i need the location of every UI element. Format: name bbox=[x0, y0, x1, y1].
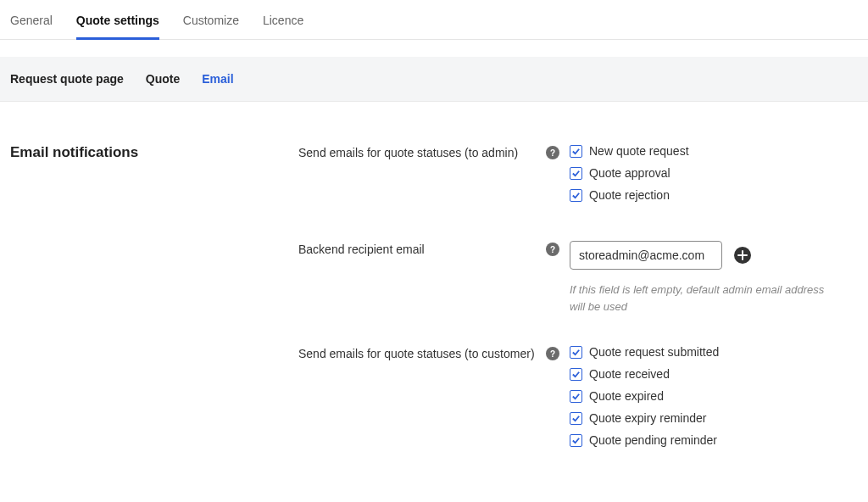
secondary-tabs: Request quote page Quote Email bbox=[0, 57, 868, 102]
field-controls: If this field is left empty, default adm… bbox=[570, 241, 858, 315]
field-label: Backend recipient email ? bbox=[298, 241, 570, 315]
recipient-email-hint: If this field is left empty, default adm… bbox=[570, 282, 841, 315]
checkbox-label: Quote received bbox=[589, 367, 670, 381]
field-label-text: Send emails for quote statuses (to admin… bbox=[298, 146, 539, 159]
subtab-email[interactable]: Email bbox=[202, 72, 233, 86]
field-label-text: Backend recipient email bbox=[298, 243, 539, 256]
checkbox-label: Quote request submitted bbox=[589, 345, 719, 359]
tab-licence[interactable]: Licence bbox=[263, 8, 303, 39]
help-icon[interactable]: ? bbox=[546, 347, 559, 360]
section-title: Email notifications bbox=[10, 144, 298, 161]
checkbox-icon[interactable] bbox=[570, 346, 582, 359]
checkbox-label: Quote pending reminder bbox=[589, 433, 717, 447]
field-controls: New quote request Quote approval Quote r… bbox=[570, 144, 858, 210]
field-controls: Quote request submitted Quote received Q… bbox=[570, 345, 858, 455]
tab-customize[interactable]: Customize bbox=[183, 8, 239, 39]
tab-quote-settings[interactable]: Quote settings bbox=[76, 8, 159, 39]
checkbox-label: Quote approval bbox=[589, 166, 670, 180]
content-area: Email notifications Send emails for quot… bbox=[0, 102, 868, 502]
checkbox-label: Quote rejection bbox=[589, 188, 670, 202]
checkbox-icon[interactable] bbox=[570, 368, 582, 381]
field-label-text: Send emails for quote statuses (to custo… bbox=[298, 347, 539, 360]
add-email-button[interactable] bbox=[734, 247, 751, 264]
field-label: Send emails for quote statuses (to admin… bbox=[298, 144, 570, 210]
email-input-row bbox=[570, 241, 858, 270]
section-heading-col: Email notifications bbox=[10, 144, 298, 486]
checkbox-new-quote-request[interactable]: New quote request bbox=[570, 144, 858, 158]
checkbox-quote-approval[interactable]: Quote approval bbox=[570, 166, 858, 180]
checkbox-label: New quote request bbox=[589, 144, 689, 158]
checkbox-icon[interactable] bbox=[570, 189, 582, 202]
checkbox-quote-rejection[interactable]: Quote rejection bbox=[570, 188, 858, 202]
checkbox-icon[interactable] bbox=[570, 167, 582, 180]
field-label: Send emails for quote statuses (to custo… bbox=[298, 345, 570, 455]
subtab-request-quote-page[interactable]: Request quote page bbox=[10, 72, 124, 86]
checkbox-icon[interactable] bbox=[570, 390, 582, 403]
tab-general[interactable]: General bbox=[10, 8, 53, 39]
field-recipient-email: Backend recipient email ? If this field … bbox=[298, 241, 858, 315]
checkbox-quote-request-submitted[interactable]: Quote request submitted bbox=[570, 345, 858, 359]
checkbox-label: Quote expired bbox=[589, 389, 664, 403]
field-admin-statuses: Send emails for quote statuses (to admin… bbox=[298, 144, 858, 210]
checkbox-quote-pending-reminder[interactable]: Quote pending reminder bbox=[570, 433, 858, 447]
field-customer-statuses: Send emails for quote statuses (to custo… bbox=[298, 345, 858, 455]
checkbox-icon[interactable] bbox=[570, 145, 582, 158]
checkbox-quote-expiry-reminder[interactable]: Quote expiry reminder bbox=[570, 411, 858, 425]
help-icon[interactable]: ? bbox=[546, 243, 559, 256]
recipient-email-input[interactable] bbox=[570, 241, 722, 270]
checkbox-icon[interactable] bbox=[570, 412, 582, 425]
checkbox-icon[interactable] bbox=[570, 434, 582, 447]
plus-icon bbox=[737, 250, 748, 260]
checkbox-label: Quote expiry reminder bbox=[589, 411, 707, 425]
help-icon[interactable]: ? bbox=[546, 146, 559, 159]
subtab-quote[interactable]: Quote bbox=[146, 72, 180, 86]
checkbox-quote-expired[interactable]: Quote expired bbox=[570, 389, 858, 403]
checkbox-quote-received[interactable]: Quote received bbox=[570, 367, 858, 381]
primary-tabs: General Quote settings Customize Licence bbox=[0, 0, 868, 40]
fields-col: Send emails for quote statuses (to admin… bbox=[298, 144, 858, 486]
